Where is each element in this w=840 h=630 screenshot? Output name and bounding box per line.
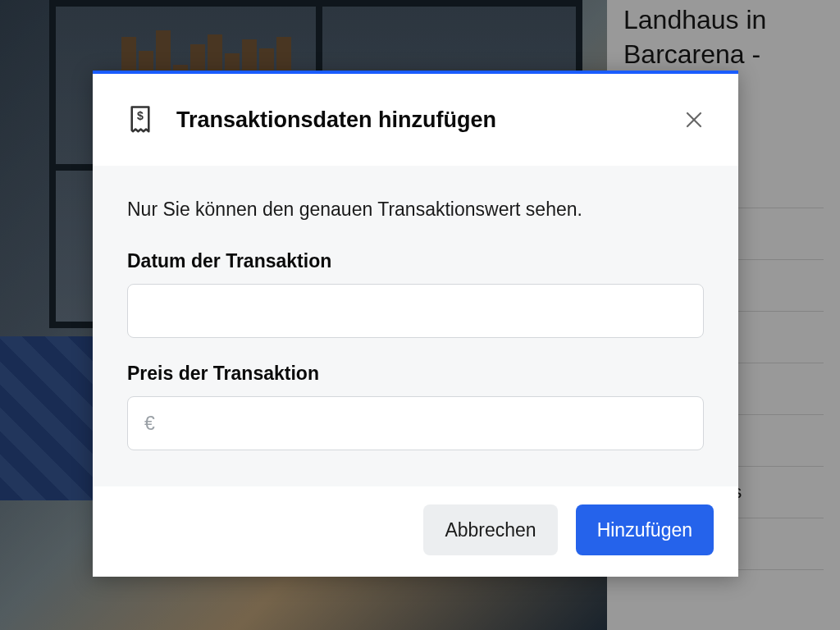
date-input[interactable] <box>127 284 704 338</box>
close-icon <box>685 111 703 129</box>
modal-title: Transaktionsdaten hinzufügen <box>176 107 496 133</box>
close-button[interactable] <box>681 107 707 133</box>
submit-button[interactable]: Hinzufügen <box>576 504 714 555</box>
price-label: Preis der Transaktion <box>127 363 704 385</box>
transaction-modal: $ Transaktionsdaten hinzufügen Nur Sie k… <box>93 71 738 577</box>
modal-body: Nur Sie können den genauen Transaktionsw… <box>93 166 738 486</box>
receipt-icon: $ <box>127 105 153 135</box>
privacy-info-text: Nur Sie können den genauen Transaktionsw… <box>127 199 704 221</box>
modal-header: $ Transaktionsdaten hinzufügen <box>93 74 738 166</box>
modal-footer: Abbrechen Hinzufügen <box>93 486 738 577</box>
cancel-button[interactable]: Abbrechen <box>423 504 557 555</box>
date-field-group: Datum der Transaktion <box>127 250 704 338</box>
svg-text:$: $ <box>137 109 144 122</box>
price-field-group: Preis der Transaktion <box>127 363 704 450</box>
date-label: Datum der Transaktion <box>127 250 704 272</box>
price-input[interactable] <box>127 396 704 450</box>
